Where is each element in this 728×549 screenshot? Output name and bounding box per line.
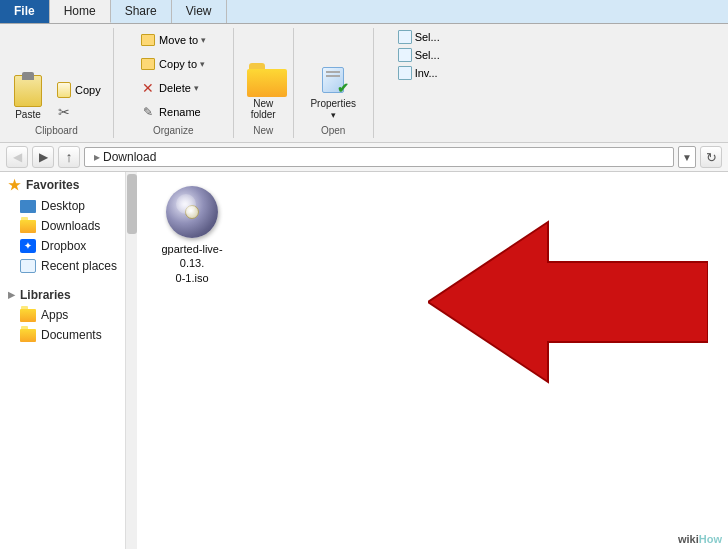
sidebar-item-desktop[interactable]: Desktop <box>0 196 125 216</box>
favorites-section[interactable]: ★ Favorites <box>0 172 125 196</box>
select-all-label: Sel... <box>415 31 440 43</box>
how-text: How <box>699 533 722 545</box>
delete-label: Delete <box>159 82 191 94</box>
properties-button[interactable]: ✔ Properties▾ <box>306 62 360 122</box>
paste-icon <box>12 75 44 107</box>
clipboard-small-btns: Copy ✂ <box>52 80 105 122</box>
copy-to-label: Copy to <box>159 58 197 70</box>
tab-share[interactable]: Share <box>111 0 172 23</box>
file-item-gparted[interactable]: gparted-live-0.13.0-1.iso <box>147 182 237 289</box>
file-area[interactable]: gparted-live-0.13.0-1.iso wikiHow <box>137 172 728 549</box>
refresh-icon: ↻ <box>706 150 717 165</box>
rename-button[interactable]: ✎ Rename <box>136 102 205 122</box>
downloads-label: Downloads <box>41 219 100 233</box>
paste-label: Paste <box>15 109 41 120</box>
properties-label: Properties▾ <box>310 98 356 120</box>
group-new: Newfolder New <box>234 28 294 138</box>
cut-button[interactable]: ✂ <box>52 102 105 122</box>
address-dropdown[interactable]: ▼ <box>678 146 696 168</box>
breadcrumb[interactable]: ▸ Download <box>84 147 674 167</box>
up-button[interactable]: ↑ <box>58 146 80 168</box>
address-bar: ◀ ▶ ↑ ▸ Download ▼ ↻ <box>0 143 728 172</box>
libraries-collapse-icon: ▸ <box>8 287 15 302</box>
ribbon-body: Paste Copy ✂ <box>0 24 728 142</box>
desktop-icon <box>20 200 36 213</box>
back-button[interactable]: ◀ <box>6 146 28 168</box>
wiki-text: wiki <box>678 533 699 545</box>
dropbox-icon: ✦ <box>20 239 36 253</box>
favorites-star-icon: ★ <box>8 177 21 193</box>
delete-icon: ✕ <box>140 80 156 96</box>
move-to-button[interactable]: Move to ▾ <box>136 30 210 50</box>
favorites-label: Favorites <box>26 178 79 192</box>
copy-to-button[interactable]: Copy to ▾ <box>136 54 209 74</box>
copy-to-icon <box>140 56 156 72</box>
clipboard-buttons: Paste Copy ✂ <box>8 30 105 122</box>
sidebar-item-documents[interactable]: Documents <box>0 325 125 345</box>
documents-folder-icon <box>20 329 36 342</box>
breadcrumb-arrow: ▸ <box>94 150 100 164</box>
tab-home[interactable]: Home <box>50 0 111 23</box>
organize-buttons: Move to ▾ Copy to ▾ ✕ Delete ▾ <box>136 30 210 122</box>
new-folder-button[interactable]: Newfolder <box>243 62 283 122</box>
move-arrow: ▾ <box>201 35 206 45</box>
forward-button[interactable]: ▶ <box>32 146 54 168</box>
new-buttons: Newfolder <box>243 30 283 122</box>
rename-icon: ✎ <box>140 104 156 120</box>
select-none-button[interactable]: Sel... <box>398 48 440 62</box>
paste-button[interactable]: Paste <box>8 73 48 122</box>
group-open: ✔ Properties▾ Open <box>294 28 374 138</box>
select-buttons: Sel... Sel... Inv... <box>398 30 440 133</box>
delete-button[interactable]: ✕ Delete ▾ <box>136 78 203 98</box>
sidebar-item-recent[interactable]: Recent places <box>0 256 125 276</box>
main-content: ★ Favorites Desktop Downloads ✦ Dropbox … <box>0 172 728 549</box>
copy-label: Copy <box>75 84 101 96</box>
copy-button[interactable]: Copy <box>52 80 105 100</box>
open-group-label: Open <box>321 125 345 136</box>
breadcrumb-current[interactable]: Download <box>103 150 156 164</box>
tab-view[interactable]: View <box>172 0 227 23</box>
scrollbar-thumb[interactable] <box>127 174 137 234</box>
group-select: Sel... Sel... Inv... <box>374 28 464 138</box>
libraries-label: Libraries <box>20 288 71 302</box>
iso-disc-icon <box>166 186 218 238</box>
red-arrow <box>428 202 708 402</box>
invert-icon <box>398 66 412 80</box>
group-organize: Move to ▾ Copy to ▾ ✕ Delete ▾ <box>114 28 234 138</box>
dropdown-arrow-icon: ▼ <box>682 152 692 163</box>
documents-label: Documents <box>41 328 102 342</box>
sidebar-item-apps[interactable]: Apps <box>0 305 125 325</box>
clipboard-label: Clipboard <box>35 125 78 136</box>
select-all-icon <box>398 30 412 44</box>
organize-label: Organize <box>153 125 194 136</box>
refresh-button[interactable]: ↻ <box>700 146 722 168</box>
sidebar-scrollbar[interactable] <box>125 172 137 549</box>
rename-label: Rename <box>159 106 201 118</box>
libraries-section[interactable]: ▸ Libraries <box>0 282 125 305</box>
sidebar-wrapper: ★ Favorites Desktop Downloads ✦ Dropbox … <box>0 172 137 549</box>
scissors-icon: ✂ <box>56 104 72 120</box>
downloads-folder-icon <box>20 220 36 233</box>
dropbox-label: Dropbox <box>41 239 86 253</box>
invert-selection-button[interactable]: Inv... <box>398 66 438 80</box>
apps-folder-icon <box>20 309 36 322</box>
sidebar-item-downloads[interactable]: Downloads <box>0 216 125 236</box>
desktop-label: Desktop <box>41 199 85 213</box>
copy-icon <box>56 82 72 98</box>
group-clipboard: Paste Copy ✂ <box>0 28 114 138</box>
sidebar: ★ Favorites Desktop Downloads ✦ Dropbox … <box>0 172 125 549</box>
open-buttons: ✔ Properties▾ <box>306 30 360 122</box>
select-none-icon <box>398 48 412 62</box>
svg-marker-0 <box>428 222 708 382</box>
file-label: gparted-live-0.13.0-1.iso <box>151 242 233 285</box>
ribbon: File Home Share View Paste <box>0 0 728 143</box>
delete-arrow: ▾ <box>194 83 199 93</box>
tab-file[interactable]: File <box>0 0 50 23</box>
move-icon <box>140 32 156 48</box>
ribbon-tab-bar: File Home Share View <box>0 0 728 24</box>
select-all-button[interactable]: Sel... <box>398 30 440 44</box>
sidebar-item-dropbox[interactable]: ✦ Dropbox <box>0 236 125 256</box>
properties-icon: ✔ <box>317 64 349 96</box>
recent-icon <box>20 259 36 273</box>
move-to-label: Move to <box>159 34 198 46</box>
